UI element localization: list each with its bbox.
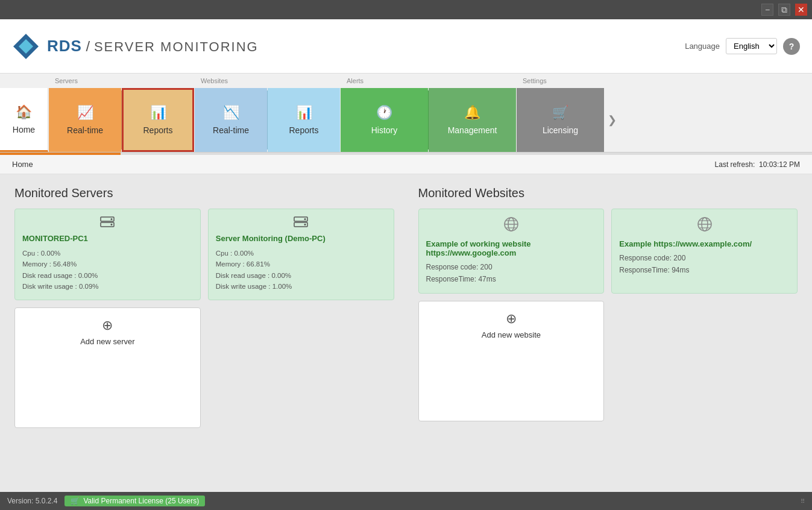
website-name-2: Example https://www.example.com/: [619, 239, 790, 248]
nav-websites-realtime-label: Real-time: [213, 125, 249, 135]
home-icon: 🏠: [16, 104, 32, 120]
logo-icon: [12, 33, 40, 60]
logo-text: RDS / SERVER MONITORING: [47, 37, 259, 55]
nav-alerts-management[interactable]: 🔔 Management: [429, 88, 516, 152]
website-card-2[interactable]: Example https://www.example.com/ Respons…: [611, 209, 798, 294]
website-card-1[interactable]: Example of working website https://www.g…: [418, 209, 605, 294]
add-website-icon: ⊕: [506, 311, 517, 327]
websites-group-label: Websites: [201, 77, 228, 84]
breadcrumb-bar: Home Last refresh: 10:03:12 PM: [0, 155, 812, 174]
title-bar: − ⧉ ✕: [0, 0, 812, 19]
help-button[interactable]: ?: [783, 38, 800, 55]
nav-home-label: Home: [13, 125, 35, 134]
language-select[interactable]: English French German Spanish: [726, 38, 777, 54]
nav-servers-reports[interactable]: 📊 Reports: [122, 88, 194, 152]
nav-history-label: History: [371, 125, 398, 135]
website-name-1: Example of working website https://www.g…: [426, 239, 597, 257]
servers-section: Monitored Servers MONITORED-PC1 Cpu : 0.…: [14, 186, 394, 428]
history-icon: 🕐: [376, 105, 392, 121]
websites-section: Monitored Websites Example of working we…: [418, 186, 798, 428]
settings-group-label: Settings: [523, 77, 547, 84]
servers-group-label: Servers: [55, 77, 78, 84]
svg-point-5: [111, 224, 113, 225]
add-website-label: Add new website: [482, 330, 541, 339]
version-text: Version: 5.0.2.4: [7, 497, 57, 505]
websites-section-title: Monitored Websites: [418, 186, 798, 200]
alerts-group-label: Alerts: [347, 77, 364, 84]
add-server-label: Add new server: [80, 337, 134, 346]
server-card-2[interactable]: Server Monitoring (Demo-PC) Cpu : 0.00% …: [208, 209, 394, 300]
language-label: Language: [685, 42, 720, 51]
website-stats-2: Response code: 200 ResponseTime: 94ms: [619, 252, 790, 277]
management-icon: 🔔: [464, 105, 480, 121]
nav-settings-licensing[interactable]: 🛒 Licensing: [517, 88, 604, 152]
licensing-icon: 🛒: [552, 105, 568, 121]
license-text: Valid Permanent License (25 Users): [83, 497, 199, 505]
servers-grid: MONITORED-PC1 Cpu : 0.00% Memory : 56.48…: [14, 209, 394, 428]
last-refresh: Last refresh: 10:03:12 PM: [715, 160, 800, 169]
add-server-card[interactable]: ⊕ Add new server: [14, 307, 201, 428]
add-server-icon: ⊕: [102, 318, 113, 333]
svg-point-3: [111, 218, 113, 220]
server-name-2: Server Monitoring (Demo-PC): [216, 234, 386, 243]
nav-websites-reports-label: Reports: [289, 125, 318, 135]
nav-servers-realtime[interactable]: 📈 Real-time: [49, 88, 121, 152]
close-button[interactable]: ✕: [795, 4, 807, 16]
status-dots: ⠿: [801, 498, 805, 505]
websites-grid: Example of working website https://www.g…: [418, 209, 798, 421]
nav-servers-reports-label: Reports: [143, 125, 172, 135]
license-badge: 🛒 Valid Permanent License (25 Users): [65, 496, 205, 506]
nav-chevron[interactable]: ❯: [604, 88, 620, 152]
globe-icon-1: [426, 216, 597, 236]
minimize-button[interactable]: −: [761, 4, 773, 16]
logo-area: RDS / SERVER MONITORING: [12, 33, 685, 60]
server-icon-2: [216, 216, 386, 230]
globe-icon-2: [619, 216, 790, 236]
header-right: Language English French German Spanish ?: [685, 38, 800, 55]
add-website-card[interactable]: ⊕ Add new website: [418, 301, 605, 421]
websites-realtime-icon: 📉: [223, 105, 239, 121]
nav-home[interactable]: 🏠 Home: [0, 88, 48, 152]
restore-button[interactable]: ⧉: [778, 4, 790, 16]
header: RDS / SERVER MONITORING Language English…: [0, 19, 812, 74]
svg-point-9: [304, 224, 306, 225]
server-stats-2: Cpu : 0.00% Memory : 66.81% Disk read us…: [216, 248, 386, 292]
breadcrumb-text: Home: [12, 160, 33, 169]
server-card-1[interactable]: MONITORED-PC1 Cpu : 0.00% Memory : 56.48…: [14, 209, 201, 300]
servers-reports-icon: 📊: [150, 105, 166, 121]
nav-servers-realtime-label: Real-time: [67, 125, 103, 135]
servers-realtime-icon: 📈: [77, 105, 93, 121]
nav-alerts-history[interactable]: 🕐 History: [341, 88, 428, 152]
nav-websites-realtime[interactable]: 📉 Real-time: [195, 88, 267, 152]
server-icon-1: [22, 216, 193, 230]
svg-point-7: [304, 218, 306, 220]
server-name-1: MONITORED-PC1: [22, 234, 193, 243]
servers-section-title: Monitored Servers: [14, 186, 394, 200]
nav-bar: 🏠 Home Servers 📈 Real-time 📊 Reports: [0, 74, 812, 153]
website-stats-1: Response code: 200 ResponseTime: 47ms: [426, 261, 597, 286]
nav-websites-reports[interactable]: 📊 Reports: [268, 88, 340, 152]
server-stats-1: Cpu : 0.00% Memory : 56.48% Disk read us…: [22, 248, 193, 292]
nav-licensing-label: Licensing: [543, 125, 578, 135]
websites-reports-icon: 📊: [296, 105, 312, 121]
main-content: Monitored Servers MONITORED-PC1 Cpu : 0.…: [0, 174, 812, 440]
nav-management-label: Management: [448, 125, 497, 135]
license-icon: 🛒: [71, 497, 80, 505]
status-bar: Version: 5.0.2.4 🛒 Valid Permanent Licen…: [0, 492, 812, 510]
